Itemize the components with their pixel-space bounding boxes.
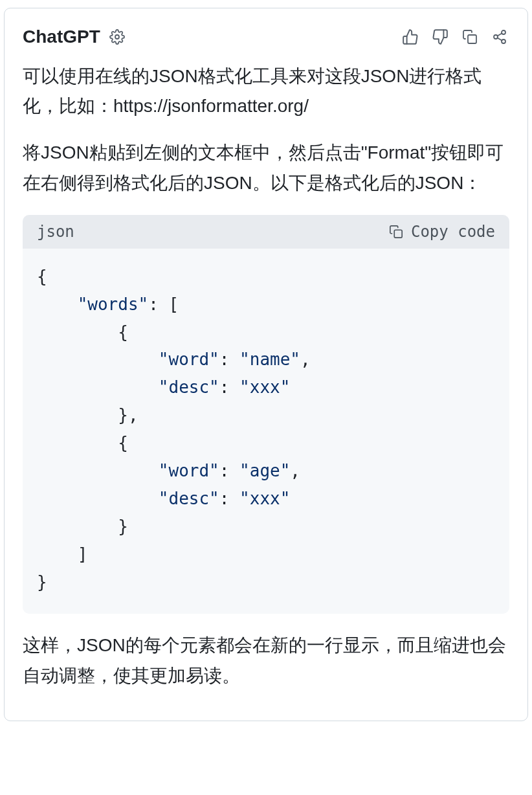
bot-name: ChatGPT	[23, 27, 100, 47]
thumbs-up-icon[interactable]	[401, 27, 420, 47]
json-string: "xxx"	[239, 377, 290, 397]
json-punct: :	[219, 377, 239, 397]
json-punct: ]	[78, 544, 88, 564]
header-actions	[401, 27, 509, 47]
code-header: json Copy code	[23, 215, 509, 249]
copy-code-icon	[389, 225, 403, 239]
json-key: "desc"	[159, 377, 219, 397]
json-string: "xxx"	[239, 489, 290, 508]
json-string: "name"	[239, 350, 300, 369]
svg-line-5	[498, 38, 502, 41]
paragraph-3: 这样，JSON的每个元素都会在新的一行显示，而且缩进也会自动调整，使其更加易读。	[23, 631, 509, 690]
json-key: "words"	[78, 295, 149, 314]
json-punct: },	[118, 405, 138, 425]
message-card: ChatGPT	[4, 8, 528, 721]
svg-rect-1	[468, 35, 476, 43]
message-header: ChatGPT	[23, 27, 509, 47]
code-body: { "words": [ { "word": "name", "desc": "…	[23, 249, 509, 614]
json-punct: }	[118, 517, 128, 536]
json-punct: :	[219, 489, 239, 508]
json-key: "word"	[159, 461, 219, 480]
code-lang-label: json	[37, 223, 74, 241]
json-punct: {	[118, 433, 128, 453]
gear-icon[interactable]	[107, 27, 127, 47]
copy-code-label: Copy code	[411, 223, 495, 241]
json-punct: {	[37, 267, 47, 286]
svg-rect-7	[394, 230, 402, 238]
share-icon[interactable]	[490, 27, 509, 47]
json-key: "word"	[159, 350, 219, 369]
json-punct: : [	[148, 295, 179, 314]
json-key: "desc"	[159, 489, 219, 508]
json-punct: {	[118, 322, 128, 342]
json-punct: ,	[290, 461, 300, 480]
json-punct: :	[219, 350, 239, 369]
json-punct: :	[219, 461, 239, 480]
svg-point-0	[115, 35, 119, 39]
copy-code-button[interactable]: Copy code	[389, 223, 495, 241]
json-punct: }	[37, 572, 47, 592]
header-left: ChatGPT	[23, 27, 127, 47]
thumbs-down-icon[interactable]	[430, 27, 450, 47]
paragraph-2: 将JSON粘贴到左侧的文本框中，然后点击"Format"按钮即可在右侧得到格式化…	[23, 138, 509, 197]
svg-line-6	[498, 34, 502, 36]
code-block: json Copy code { "words": [ { "word": "n…	[23, 215, 509, 614]
paragraph-1: 可以使用在线的JSON格式化工具来对这段JSON进行格式化，比如：https:/…	[23, 62, 509, 121]
json-punct: ,	[300, 350, 311, 369]
json-string: "age"	[239, 461, 290, 480]
copy-icon[interactable]	[460, 27, 480, 47]
